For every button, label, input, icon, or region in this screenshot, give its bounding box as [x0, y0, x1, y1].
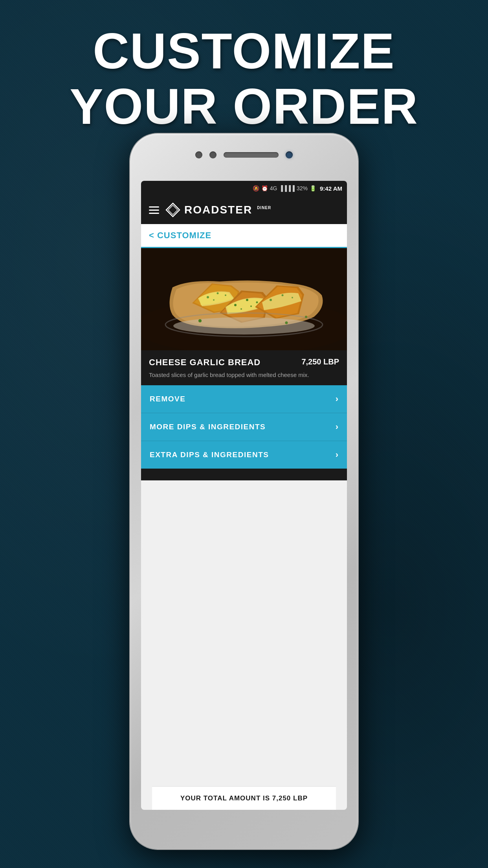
speaker-grille — [224, 152, 279, 158]
phone-mockup: 🔕 ⏰ 4G ▐▐▐▐ 32% 🔋 9:42 AM — [130, 134, 358, 849]
chevron-right-icon-1: › — [336, 394, 338, 404]
svg-point-15 — [292, 297, 293, 298]
back-link-label: < CUSTOMIZE — [149, 230, 339, 241]
brand-logo-icon — [165, 202, 180, 217]
headline-section: CUSTOMIZE YOUR ORDER — [0, 0, 488, 150]
item-title-row: CHEESE GARLIC BREAD 7,250 LBP — [149, 357, 339, 368]
phone-screen: 🔕 ⏰ 4G ▐▐▐▐ 32% 🔋 9:42 AM — [141, 181, 347, 810]
svg-point-11 — [240, 308, 242, 310]
headline-line1: CUSTOMIZE — [0, 24, 488, 79]
mute-icon: 🔕 — [253, 185, 259, 191]
svg-point-5 — [217, 292, 219, 294]
status-bar: 🔕 ⏰ 4G ▐▐▐▐ 32% 🔋 9:42 AM — [141, 181, 347, 196]
hamburger-line-1 — [149, 206, 159, 208]
svg-point-13 — [270, 299, 272, 301]
hamburger-line-3 — [149, 213, 159, 214]
option-remove[interactable]: REMOVE › — [141, 385, 347, 413]
option-extra-dips[interactable]: EXTRA DIPS & INGREDIENTS › — [141, 441, 347, 469]
option-extra-dips-label: EXTRA DIPS & INGREDIENTS — [150, 451, 269, 459]
battery-icon: 🔋 — [310, 185, 316, 191]
menu-button[interactable] — [149, 206, 159, 214]
item-name: CHEESE GARLIC BREAD — [149, 357, 297, 368]
svg-point-9 — [246, 299, 248, 301]
svg-point-19 — [285, 322, 288, 324]
svg-point-6 — [225, 294, 226, 296]
bottom-dark-area — [141, 469, 347, 480]
food-image — [141, 248, 347, 350]
app-header: ROADSTER DINER — [141, 196, 347, 224]
svg-point-17 — [173, 317, 315, 335]
hamburger-line-2 — [149, 210, 159, 211]
option-remove-label: REMOVE — [150, 395, 185, 403]
brand-sub: DINER — [257, 206, 271, 210]
svg-point-14 — [282, 294, 284, 296]
svg-point-4 — [207, 296, 209, 298]
option-more-dips[interactable]: MORE DIPS & INGREDIENTS › — [141, 413, 347, 441]
front-camera-2 — [209, 151, 216, 158]
front-camera-1 — [195, 151, 202, 158]
svg-point-20 — [305, 316, 307, 318]
food-image-bg — [141, 248, 347, 350]
options-list: REMOVE › MORE DIPS & INGREDIENTS › EXTRA… — [141, 385, 347, 469]
camera-lens — [286, 151, 293, 158]
svg-point-7 — [213, 299, 215, 301]
battery-percent: 32% — [297, 185, 308, 191]
brand-name: ROADSTER — [184, 204, 252, 216]
phone-top-bar — [195, 151, 293, 158]
svg-point-18 — [198, 319, 202, 322]
chevron-right-icon-2: › — [336, 422, 338, 432]
total-bar: YOUR TOTAL AMOUNT IS 7,250 LBP — [152, 786, 336, 810]
option-more-dips-label: MORE DIPS & INGREDIENTS — [150, 423, 266, 431]
item-description: Toasted slices of garlic bread topped wi… — [149, 371, 339, 379]
svg-point-10 — [256, 302, 258, 303]
signal-text: 4G — [270, 185, 277, 191]
status-icons: 🔕 ⏰ 4G ▐▐▐▐ 32% 🔋 9:42 AM — [253, 185, 342, 192]
alarm-icon: ⏰ — [261, 185, 268, 191]
total-amount-text: YOUR TOTAL AMOUNT IS 7,250 LBP — [180, 794, 308, 802]
headline-line2: YOUR ORDER — [0, 79, 488, 134]
item-info-section: CHEESE GARLIC BREAD 7,250 LBP Toasted sl… — [141, 350, 347, 385]
food-illustration — [141, 248, 347, 350]
signal-bars: ▐▐▐▐ — [279, 185, 295, 191]
svg-point-12 — [250, 305, 252, 307]
status-time: 9:42 AM — [320, 185, 342, 192]
customize-back-nav[interactable]: < CUSTOMIZE — [141, 224, 347, 248]
chevron-right-icon-3: › — [336, 450, 338, 460]
item-price: 7,250 LBP — [301, 357, 339, 366]
svg-point-8 — [234, 304, 237, 306]
brand-logo: ROADSTER DINER — [165, 202, 271, 217]
